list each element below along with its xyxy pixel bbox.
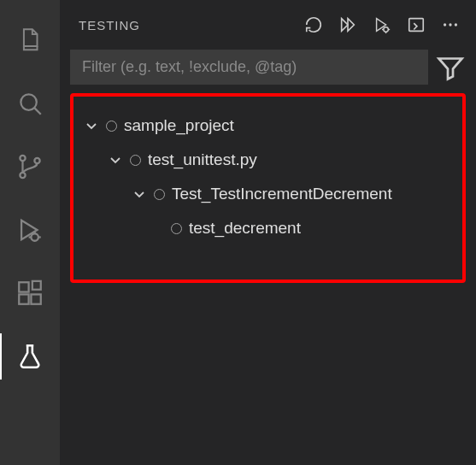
svg-point-4 (34, 158, 39, 163)
activity-item-run-debug[interactable] (0, 200, 60, 260)
svg-point-19 (449, 23, 451, 26)
test-tree: sample_project test_unittest.py Test_Tes… (70, 93, 466, 283)
test-state-icon (130, 155, 141, 166)
activity-item-testing[interactable] (0, 327, 60, 386)
svg-rect-10 (19, 294, 28, 303)
terminal-output-icon (407, 15, 426, 34)
chevron-down-icon (84, 118, 99, 133)
activity-item-source-control[interactable] (0, 137, 60, 197)
refresh-icon (304, 15, 323, 34)
svg-point-0 (21, 94, 36, 109)
tree-node-file[interactable]: test_unittest.py (82, 143, 454, 177)
tree-node-project[interactable]: sample_project (82, 109, 454, 143)
filter-row (70, 50, 466, 85)
panel-header: TESTING (70, 7, 466, 43)
tree-node-label: Test_TestIncrementDecrement (172, 185, 392, 203)
test-state-icon (154, 189, 165, 200)
activity-bar (0, 0, 60, 465)
svg-line-1 (35, 109, 41, 115)
activity-item-extensions[interactable] (0, 263, 60, 323)
chevron-down-icon (132, 186, 147, 202)
svg-point-5 (31, 233, 38, 241)
run-all-icon (338, 15, 357, 34)
refresh-button[interactable] (298, 9, 329, 40)
svg-point-3 (20, 173, 25, 178)
activity-item-search[interactable] (0, 74, 60, 133)
svg-point-13 (384, 27, 389, 32)
search-icon (15, 89, 44, 118)
testing-panel: TESTING (60, 0, 476, 465)
git-branch-icon (15, 152, 44, 181)
filter-button[interactable] (435, 52, 466, 83)
extensions-icon (15, 279, 44, 308)
tree-node-test[interactable]: test_decrement (82, 211, 454, 245)
chevron-down-icon (108, 152, 123, 168)
funnel-icon (435, 52, 466, 83)
tree-node-label: sample_project (124, 116, 234, 135)
tree-node-label: test_decrement (189, 219, 301, 238)
tree-node-class[interactable]: Test_TestIncrementDecrement (82, 177, 454, 211)
run-all-button[interactable] (332, 9, 363, 40)
filter-input[interactable] (70, 50, 428, 85)
svg-point-2 (20, 156, 25, 161)
svg-rect-11 (31, 294, 40, 303)
run-debug-icon (15, 215, 44, 244)
debug-run-icon (373, 15, 391, 34)
svg-rect-12 (32, 281, 41, 290)
tree-node-label: test_unittest.py (148, 150, 257, 169)
svg-point-20 (455, 23, 457, 26)
ellipsis-icon (441, 15, 460, 34)
test-state-icon (171, 223, 182, 234)
more-actions-button[interactable] (435, 9, 466, 40)
debug-all-button[interactable] (367, 9, 397, 40)
activity-item-explorer[interactable] (0, 10, 60, 70)
test-state-icon (106, 121, 117, 132)
beaker-icon (15, 342, 44, 371)
svg-rect-9 (19, 282, 28, 291)
show-output-button[interactable] (401, 9, 432, 40)
svg-point-18 (444, 23, 446, 26)
panel-title: TESTING (70, 18, 295, 32)
files-icon (15, 26, 44, 55)
